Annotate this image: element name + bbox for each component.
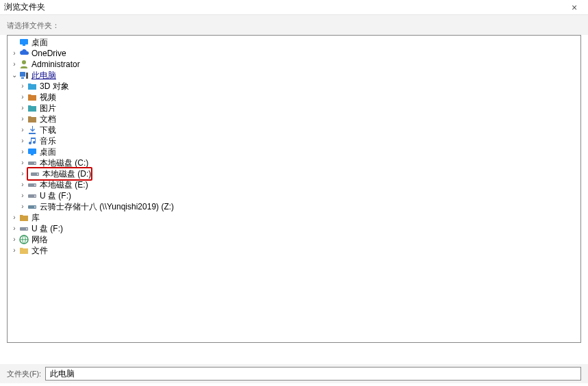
tree-node[interactable]: ⌄此电脑 [8,70,580,81]
cloud-icon [18,49,29,58]
tree-node-label[interactable]: 文件 [31,245,48,256]
tree-node[interactable]: ›3D 对象 [8,81,580,92]
svg-point-12 [37,174,38,175]
music-icon [27,136,38,146]
chevron-right-icon[interactable]: › [18,114,27,125]
tree-node[interactable]: ›云骑士存储十八 (\\Yunqishi2019) (Z:) [8,201,580,212]
svg-rect-0 [20,39,28,44]
folder-tree[interactable]: 桌面›OneDrive›Administrator⌄此电脑›3D 对象›视频›图… [8,37,580,256]
tree-node-label[interactable]: 桌面 [40,146,56,157]
drive-icon [27,180,38,190]
tree-node-label[interactable]: U 盘 (F:) [31,223,63,234]
tree-node-label[interactable]: 库 [31,212,40,223]
tree-node[interactable]: ›U 盘 (F:) [8,223,580,234]
tree-node[interactable]: ›图片 [8,103,580,114]
folder-field-input[interactable] [45,367,581,381]
tree-node-label[interactable]: 视频 [40,92,56,103]
tree-node[interactable]: ›Administrator [8,59,580,70]
tree-node-label[interactable]: 此电脑 [31,70,56,81]
tree-node[interactable]: ›本地磁盘 (D:) [8,168,580,179]
tree-node[interactable]: ›U 盘 (F:) [8,190,580,201]
header-area: 请选择文件夹： [0,15,588,35]
tree-node-label[interactable]: 网络 [31,234,48,245]
drive-icon [29,169,40,179]
tree-node[interactable]: ›OneDrive [8,48,580,59]
chevron-right-icon[interactable]: › [18,103,27,114]
chevron-right-icon[interactable]: › [10,212,18,223]
netdrive-icon [27,202,38,211]
chevron-down-icon[interactable]: ⌄ [10,70,18,81]
tree-node[interactable]: ›网络 [8,234,580,245]
tree-node-label[interactable]: U 盘 (F:) [40,190,71,201]
svg-point-14 [34,185,36,186]
chevron-right-icon[interactable]: › [18,81,27,92]
chevron-right-icon[interactable]: › [18,168,27,179]
svg-rect-3 [20,72,25,77]
tree-node-label[interactable]: 文档 [40,114,56,125]
downloads-icon [27,125,38,135]
chevron-right-icon[interactable]: › [18,190,27,201]
svg-rect-4 [26,73,28,79]
chevron-right-icon[interactable]: › [18,92,27,103]
chevron-right-icon[interactable]: › [10,59,18,70]
tree-node[interactable]: 桌面 [8,37,580,48]
usb-icon [27,191,38,201]
folder-icon [18,246,29,255]
tree-node-label[interactable]: 本地磁盘 (D:) [42,168,91,179]
titlebar: 浏览文件夹 × [0,0,588,15]
drive-icon [27,158,38,168]
chevron-right-icon[interactable]: › [18,157,27,168]
chevron-right-icon[interactable]: › [10,245,18,256]
chevron-right-icon[interactable]: › [18,201,27,212]
chevron-right-icon[interactable]: › [18,179,27,190]
chevron-right-icon[interactable]: › [18,125,27,136]
svg-rect-1 [23,44,25,46]
instruction-label: 请选择文件夹： [7,21,581,31]
tree-node-label[interactable]: 音乐 [40,136,56,146]
chevron-right-icon[interactable]: › [18,136,27,146]
svg-point-20 [26,229,27,230]
svg-point-16 [34,196,36,197]
tree-node-label[interactable]: Administrator [31,59,80,70]
tree-node[interactable]: ›文档 [8,114,580,125]
svg-rect-8 [31,154,34,155]
pc-icon [18,70,29,80]
chevron-right-icon[interactable]: › [18,146,27,157]
chevron-right-icon[interactable]: › [10,223,18,234]
tree-node[interactable]: ›本地磁盘 (C:) [8,157,580,168]
folder-field-label: 文件夹(F): [7,369,41,379]
chevron-right-icon[interactable]: › [10,234,18,245]
folder3d-icon [27,81,38,91]
tree-node[interactable]: ›视频 [8,92,580,103]
video-icon [27,92,38,102]
svg-point-18 [34,207,36,208]
folder-tree-container[interactable]: 桌面›OneDrive›Administrator⌄此电脑›3D 对象›视频›图… [7,35,581,343]
chevron-right-icon[interactable]: › [10,48,18,59]
close-button[interactable]: × [565,2,584,13]
network-icon [18,235,29,244]
tree-node-label[interactable]: 桌面 [31,37,48,48]
usb-icon [18,224,29,233]
tree-node[interactable]: ›桌面 [8,146,580,157]
tree-node-label[interactable]: 图片 [40,103,56,114]
library-icon [18,213,29,222]
svg-rect-6 [29,133,36,134]
tree-node[interactable]: ›库 [8,212,580,223]
svg-point-2 [22,60,26,64]
tree-node[interactable]: ›下载 [8,125,580,136]
svg-rect-7 [28,149,36,154]
tree-node[interactable]: ›本地磁盘 (E:) [8,179,580,190]
tree-node-label[interactable]: 下载 [40,125,56,136]
window-title: 浏览文件夹 [4,1,565,13]
user-icon [18,60,29,69]
tree-node-label[interactable]: 3D 对象 [40,81,69,92]
tree-node[interactable]: ›音乐 [8,136,580,146]
desktop-sm-icon [27,147,38,157]
footer: 文件夹(F): [0,364,588,383]
tree-node-label[interactable]: OneDrive [31,48,66,59]
tree-node[interactable]: ›文件 [8,245,580,256]
svg-rect-5 [21,77,24,79]
tree-node-label[interactable]: 云骑士存储十八 (\\Yunqishi2019) (Z:) [40,201,174,212]
tree-node-label[interactable]: 本地磁盘 (E:) [40,179,88,190]
svg-point-10 [34,163,36,164]
